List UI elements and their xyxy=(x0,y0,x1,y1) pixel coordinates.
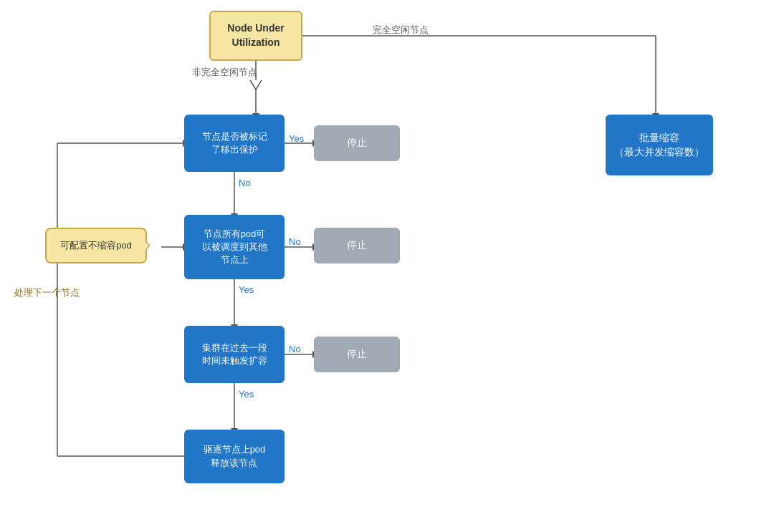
stop1-node: 停止 xyxy=(314,125,400,161)
arrows-layer xyxy=(0,0,774,532)
configurable-bubble: 可配置不缩容pod xyxy=(45,228,147,263)
label-yes1: Yes xyxy=(289,133,304,144)
label-no2: No xyxy=(289,236,301,247)
label-fully-idle: 完全空闲节点 xyxy=(373,24,429,37)
decision3-node: 集群在过去一段时间未触发扩容 xyxy=(184,326,285,383)
configurable-label: 可配置不缩容pod xyxy=(60,239,132,252)
stop3-node: 停止 xyxy=(314,337,400,372)
stop3-label: 停止 xyxy=(347,347,367,362)
batch-node: 批量缩容（最大并发缩容数） xyxy=(606,115,713,175)
label-no3: No xyxy=(289,344,301,354)
label-next-node: 处理下一个节点 xyxy=(14,286,80,299)
stop2-node: 停止 xyxy=(314,228,400,263)
decision3-label: 集群在过去一段时间未触发扩容 xyxy=(202,342,267,367)
action-label: 驱逐节点上pod释放该节点 xyxy=(204,443,266,469)
decision2-label: 节点所有pod可以被调度到其他节点上 xyxy=(202,228,267,267)
start-node: Node UnderUtilization xyxy=(209,11,302,61)
label-not-fully-idle: 非完全空闲节点 xyxy=(192,66,257,79)
decision1-node: 节点是否被标记了移出保护 xyxy=(184,115,285,172)
start-node-label: Node UnderUtilization xyxy=(227,21,284,49)
batch-label: 批量缩容（最大并发缩容数） xyxy=(614,131,704,159)
flowchart-diagram: Node UnderUtilization 非完全空闲节点 完全空闲节点 节点是… xyxy=(0,0,774,532)
label-no1: No xyxy=(239,178,251,188)
action-node: 驱逐节点上pod释放该节点 xyxy=(184,430,285,483)
stop2-label: 停止 xyxy=(347,238,367,253)
decision2-node: 节点所有pod可以被调度到其他节点上 xyxy=(184,215,285,279)
label-yes3: Yes xyxy=(239,389,254,400)
label-yes2: Yes xyxy=(239,284,254,295)
stop1-label: 停止 xyxy=(347,136,367,150)
decision1-label: 节点是否被标记了移出保护 xyxy=(202,130,267,156)
